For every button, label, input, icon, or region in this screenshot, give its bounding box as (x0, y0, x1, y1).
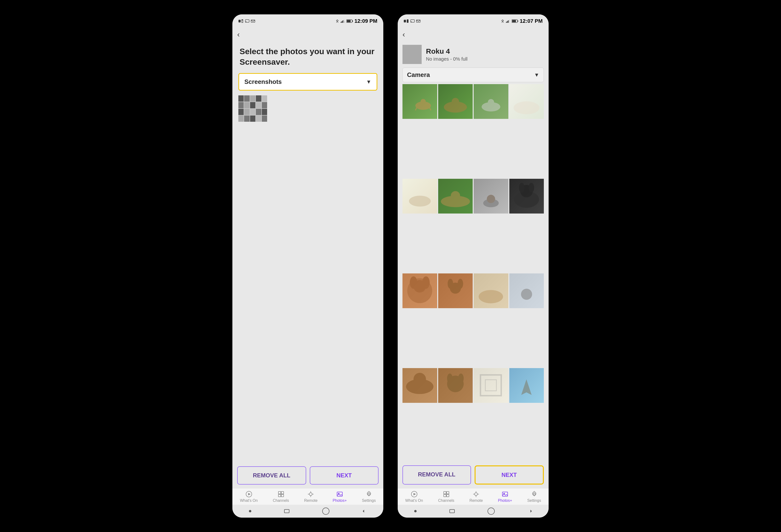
svg-rect-18 (281, 491, 284, 494)
photo-cell[interactable] (250, 116, 255, 122)
photo-cell[interactable] (256, 116, 261, 122)
photo-item[interactable] (509, 274, 544, 308)
nav-channels-left[interactable]: Channels (273, 491, 289, 503)
svg-rect-13 (352, 21, 353, 22)
nav-label-whats-on-right: What's On (405, 498, 423, 503)
photo-item[interactable] (509, 84, 544, 119)
photo-item[interactable] (438, 368, 473, 403)
sys-home-right[interactable] (488, 507, 495, 515)
photo-cell[interactable] (238, 116, 244, 122)
photo-cell[interactable] (244, 116, 249, 122)
svg-point-53 (520, 185, 533, 198)
photo-item[interactable] (438, 274, 473, 308)
back-button-right[interactable]: ‹ (403, 30, 544, 39)
svg-rect-20 (281, 494, 284, 497)
bluetooth-icon-right (501, 19, 504, 23)
album-dropdown-left[interactable]: Screenshots ▼ (238, 73, 377, 91)
roku-info: Roku 4 No images - 0% full (426, 47, 467, 62)
remove-all-button-left[interactable]: REMOVE ALL (237, 466, 306, 485)
photo-grid-right (403, 84, 544, 462)
svg-point-59 (422, 276, 430, 289)
svg-point-67 (447, 376, 463, 392)
photo-cell[interactable] (238, 109, 244, 115)
nav-settings-right[interactable]: Settings (527, 491, 541, 503)
photo-item[interactable] (509, 179, 544, 213)
nav-settings-left[interactable]: Settings (362, 491, 376, 503)
photo-cell[interactable] (238, 95, 244, 101)
dropdown-arrow-left: ▼ (366, 79, 371, 85)
photo-item[interactable] (438, 179, 473, 213)
roku-device-name: Roku 4 (426, 47, 467, 55)
sys-nav-icon[interactable] (362, 509, 367, 513)
photo-item[interactable] (438, 84, 473, 119)
svg-rect-26 (337, 492, 342, 496)
photo-cell[interactable] (250, 109, 255, 115)
nav-whats-on-left[interactable]: What's On (240, 491, 258, 503)
photo-item[interactable] (403, 368, 437, 403)
photo-cell[interactable] (244, 95, 249, 101)
nav-whats-on-right[interactable]: What's On (405, 491, 423, 503)
next-button-right[interactable]: NEXT (475, 465, 544, 485)
status-bar-left: i 12:09 PM (232, 14, 383, 28)
sys-recents-right[interactable] (449, 509, 455, 513)
photo-cell[interactable] (256, 109, 261, 115)
back-button-left[interactable]: ‹ (237, 30, 378, 39)
photo-cell[interactable] (262, 95, 267, 101)
photo-item[interactable] (474, 84, 508, 119)
camera-dropdown[interactable]: Camera ▼ (403, 68, 544, 82)
photo-item[interactable] (403, 274, 437, 308)
photo-cell[interactable] (256, 102, 261, 108)
photos-icon-active-right (502, 491, 508, 497)
signal-icon: i (341, 19, 345, 23)
photo-item[interactable] (474, 179, 508, 213)
msg-icon-right (410, 19, 415, 23)
status-right-right: 12:07 PM (501, 18, 543, 24)
sys-back-icon-right[interactable] (528, 509, 532, 513)
remove-all-button-right[interactable]: REMOVE ALL (403, 465, 471, 485)
svg-rect-75 (447, 491, 449, 494)
left-screen: i 12:09 PM ‹ Select the photos you want … (232, 14, 383, 518)
nav-label-photos-right: Photos+ (498, 498, 512, 503)
next-button-left[interactable]: NEXT (310, 466, 379, 485)
nav-label-settings-right: Settings (527, 498, 541, 503)
nav-remote-left[interactable]: Remote (304, 491, 318, 503)
sys-back-left[interactable] (249, 510, 251, 513)
sys-dot-right[interactable] (414, 510, 417, 513)
channels-icon-right (443, 491, 450, 497)
photo-cell[interactable] (262, 102, 267, 108)
photo-item[interactable] (474, 274, 508, 308)
phone-icon (238, 19, 244, 23)
svg-text:i: i (344, 21, 345, 23)
nav-remote-right[interactable]: Remote (469, 491, 483, 503)
svg-rect-29 (404, 20, 406, 22)
photo-cell[interactable] (256, 95, 261, 101)
photo-item[interactable] (474, 368, 508, 403)
battery-icon (346, 19, 353, 23)
svg-rect-3 (242, 21, 243, 22)
sys-home-left[interactable] (322, 507, 329, 515)
nav-channels-right[interactable]: Channels (438, 491, 454, 503)
photo-cell[interactable] (244, 109, 249, 115)
time-right: 12:07 PM (520, 18, 543, 24)
photo-item[interactable] (403, 179, 437, 213)
photo-item[interactable] (509, 368, 544, 403)
photo-cell[interactable] (250, 95, 255, 101)
svg-rect-10 (343, 19, 344, 23)
camera-dropdown-label: Camera (407, 71, 430, 79)
nav-photos-right[interactable]: Photos+ (498, 491, 512, 503)
svg-point-58 (410, 276, 417, 289)
photo-cell[interactable] (244, 102, 249, 108)
photo-item[interactable] (403, 84, 437, 119)
svg-rect-19 (278, 494, 281, 497)
photo-cell[interactable] (250, 102, 255, 108)
sys-recents-left[interactable] (284, 509, 289, 513)
nav-photos-left[interactable]: Photos+ (332, 491, 347, 503)
photo-cell[interactable] (262, 109, 267, 115)
roku-device-status: No images - 0% full (426, 56, 467, 62)
photo-cell[interactable] (262, 116, 267, 122)
bottom-buttons-left: REMOVE ALL NEXT (232, 463, 383, 488)
svg-point-66 (413, 373, 426, 385)
photo-cell[interactable] (238, 102, 244, 108)
svg-rect-39 (512, 20, 516, 22)
svg-point-50 (483, 199, 499, 208)
